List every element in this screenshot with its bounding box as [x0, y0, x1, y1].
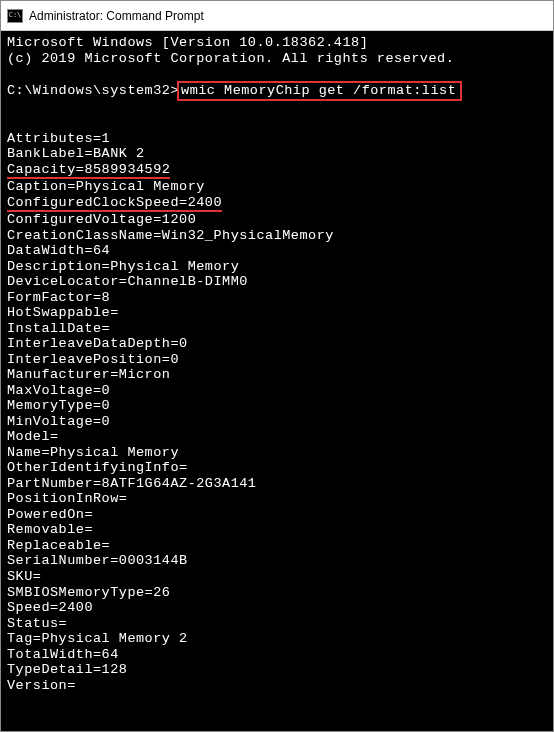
terminal-content[interactable]: Microsoft Windows [Version 10.0.18362.41… — [1, 31, 553, 697]
output-interleaveposition: InterleavePosition=0 — [7, 352, 547, 368]
output-minvoltage: MinVoltage=0 — [7, 414, 547, 430]
clockspeed-highlight: ConfiguredClockSpeed=2400 — [7, 195, 222, 213]
prompt-path: C:\Windows\system32> — [7, 83, 179, 98]
blank-line — [7, 116, 547, 131]
output-partnumber: PartNumber=8ATF1G64AZ-2G3A141 — [7, 476, 547, 492]
output-version: Version= — [7, 678, 547, 694]
output-banklabel: BankLabel=BANK 2 — [7, 146, 547, 162]
output-maxvoltage: MaxVoltage=0 — [7, 383, 547, 399]
output-typedetail: TypeDetail=128 — [7, 662, 547, 678]
output-installdate: InstallDate= — [7, 321, 547, 337]
header-line-2: (c) 2019 Microsoft Corporation. All righ… — [7, 51, 547, 67]
output-smbiosmemorytype: SMBIOSMemoryType=26 — [7, 585, 547, 601]
blank-line — [7, 66, 547, 81]
output-positioninrow: PositionInRow= — [7, 491, 547, 507]
cmd-icon: C:\ — [7, 9, 23, 23]
output-memorytype: MemoryType=0 — [7, 398, 547, 414]
output-configuredvoltage: ConfiguredVoltage=1200 — [7, 212, 547, 228]
output-formfactor: FormFactor=8 — [7, 290, 547, 306]
output-attributes: Attributes=1 — [7, 131, 547, 147]
output-name: Name=Physical Memory — [7, 445, 547, 461]
blank-line — [7, 101, 547, 116]
output-hotswappable: HotSwappable= — [7, 305, 547, 321]
output-removable: Removable= — [7, 522, 547, 538]
output-configuredclockspeed: ConfiguredClockSpeed=2400 — [7, 195, 547, 213]
output-replaceable: Replaceable= — [7, 538, 547, 554]
output-tag: Tag=Physical Memory 2 — [7, 631, 547, 647]
output-model: Model= — [7, 429, 547, 445]
output-otheridentifyinginfo: OtherIdentifyingInfo= — [7, 460, 547, 476]
output-description: Description=Physical Memory — [7, 259, 547, 275]
output-serialnumber: SerialNumber=0003144B — [7, 553, 547, 569]
capacity-highlight: Capacity=8589934592 — [7, 162, 170, 180]
cmd-icon-text: C:\ — [9, 12, 22, 19]
output-poweredon: PoweredOn= — [7, 507, 547, 523]
output-status: Status= — [7, 616, 547, 632]
window-titlebar[interactable]: C:\ Administrator: Command Prompt — [1, 1, 553, 31]
output-interleavedatadepth: InterleaveDataDepth=0 — [7, 336, 547, 352]
output-creationclassname: CreationClassName=Win32_PhysicalMemory — [7, 228, 547, 244]
output-capacity: Capacity=8589934592 — [7, 162, 547, 180]
output-speed: Speed=2400 — [7, 600, 547, 616]
output-datawidth: DataWidth=64 — [7, 243, 547, 259]
command-highlight: wmic MemoryChip get /format:list — [177, 81, 462, 101]
output-caption: Caption=Physical Memory — [7, 179, 547, 195]
window-title: Administrator: Command Prompt — [29, 9, 204, 23]
output-devicelocator: DeviceLocator=ChannelB-DIMM0 — [7, 274, 547, 290]
prompt-line: C:\Windows\system32>wmic MemoryChip get … — [7, 81, 547, 101]
output-sku: SKU= — [7, 569, 547, 585]
output-totalwidth: TotalWidth=64 — [7, 647, 547, 663]
output-manufacturer: Manufacturer=Micron — [7, 367, 547, 383]
header-line-1: Microsoft Windows [Version 10.0.18362.41… — [7, 35, 547, 51]
